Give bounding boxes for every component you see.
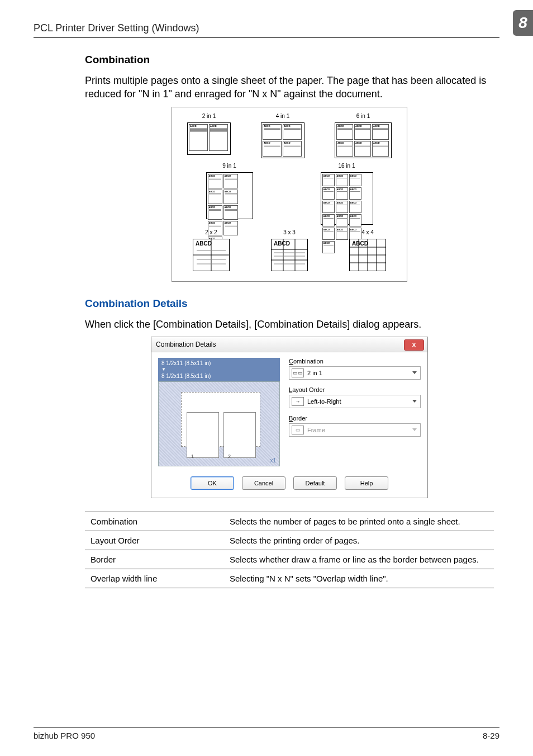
preview-page-num: 2 xyxy=(228,453,231,459)
layout-order-dropdown[interactable]: → Left-to-Right xyxy=(289,395,421,408)
section-body-combination: Prints multiple pages onto a single shee… xyxy=(85,74,494,101)
combination-icon: ▭▭ xyxy=(292,368,304,377)
illus-16in1: 16 in 1 ABCD ABCD ABCD ABCD ABCD ABCD AB… xyxy=(321,163,373,225)
illus-2in1: 2 in 1 ABCD ABCD xyxy=(187,113,231,158)
defs-val: Selects whether draw a frame or line as … xyxy=(224,550,494,569)
section-body-details: When click the [Combination Details], [C… xyxy=(85,318,494,331)
ok-button[interactable]: OK xyxy=(191,476,234,490)
combination-dropdown[interactable]: ▭▭ 2 in 1 xyxy=(289,366,421,380)
dialog-fields: Combination ▭▭ 2 in 1 Layout Order → Lef… xyxy=(289,358,421,466)
table-row: BorderSelects whether draw a frame or li… xyxy=(85,550,494,569)
arrow-right-icon: → xyxy=(292,397,304,406)
field-label: Layout Order xyxy=(289,386,421,393)
field-border: Border ▭ Frame xyxy=(289,415,421,437)
content: Combination Prints multiple pages onto a… xyxy=(85,54,494,588)
close-button[interactable]: X xyxy=(404,339,424,351)
combination-illustration: 2 in 1 ABCD ABCD 4 in 1 ABCD ABCD ABCD A… xyxy=(172,107,407,282)
grid-lines-icon xyxy=(350,239,386,271)
frame-icon: ▭ xyxy=(292,426,304,434)
dialog-title-text: Combination Details xyxy=(156,341,216,348)
illus-sheet: ABCD ABCD ABCD ABCD ABCD ABCD xyxy=(335,122,392,158)
dialog-preview-pane: 8 1/2x11 (8.5x11 in) ▼ 8 1/2x11 (8.5x11 … xyxy=(158,358,280,466)
section-heading-details: Combination Details xyxy=(85,297,494,310)
illus-row-1: 2 in 1 ABCD ABCD 4 in 1 ABCD ABCD ABCD A… xyxy=(172,113,407,158)
paper-from: 8 1/2x11 (8.5x11 in) xyxy=(161,360,277,367)
layout-value: Left-to-Right xyxy=(307,398,341,405)
preview-area: 1 2 x1 xyxy=(158,381,280,466)
zoom-label: x1 xyxy=(270,457,276,464)
preview-page-2 xyxy=(223,412,256,458)
combination-details-dialog: Combination Details X 8 1/2x11 (8.5x11 i… xyxy=(151,337,428,498)
defs-key: Overlap width line xyxy=(85,569,224,588)
illus-row-3: 2 x 2 ABCD 3 x 3 ABCD xyxy=(172,229,407,271)
illus-label: 3 x 3 xyxy=(283,229,296,235)
dialog-buttons: OK Cancel Default Help xyxy=(151,471,427,498)
table-row: Overlap width lineSelecting "N x N" sets… xyxy=(85,569,494,588)
preview-page-num: 1 xyxy=(191,453,194,459)
table-row: CombinationSelects the number of pages t… xyxy=(85,512,494,531)
chevron-down-icon xyxy=(412,428,417,431)
table-row: Layout OrderSelects the printing order o… xyxy=(85,531,494,550)
grid-lines-icon xyxy=(193,239,229,271)
chevron-down-icon xyxy=(412,371,417,374)
page-header: PCL Printer Driver Setting (Windows) xyxy=(34,22,499,38)
illus-sheet: ABCD xyxy=(349,239,386,271)
page-footer: bizhub PRO 950 8-29 xyxy=(34,727,499,740)
defs-val: Selects the number of pages to be printe… xyxy=(224,512,494,531)
illus-sheet: ABCD ABCD ABCD ABCD ABCD ABCD ABCD ABCD … xyxy=(206,172,253,219)
illus-label: 6 in 1 xyxy=(356,113,370,119)
grid-lines-icon xyxy=(272,239,307,271)
dialog-titlebar: Combination Details X xyxy=(151,337,427,352)
illus-4in1: 4 in 1 ABCD ABCD ABCD ABCD xyxy=(261,113,304,158)
illus-row-2: 9 in 1 ABCD ABCD ABCD ABCD ABCD ABCD ABC… xyxy=(172,163,407,225)
field-label: Combination xyxy=(289,358,421,365)
illus-label: 2 in 1 xyxy=(202,113,216,119)
illus-label: 4 in 1 xyxy=(276,113,289,119)
chapter-number: 8 xyxy=(518,14,527,32)
defs-key: Border xyxy=(85,550,224,569)
paper-to: 8 1/2x11 (8.5x11 in) xyxy=(161,372,277,380)
illus-4x4: 4 x 4 ABCD xyxy=(349,229,386,271)
illus-sheet: ABCD xyxy=(271,239,308,271)
defs-val: Selecting "N x N" sets "Overlap width li… xyxy=(224,569,494,588)
close-icon: X xyxy=(412,342,416,348)
illus-6in1: 6 in 1 ABCD ABCD ABCD ABCD ABCD ABCD xyxy=(335,113,392,158)
defs-key: Combination xyxy=(85,512,224,531)
illus-3x3: 3 x 3 ABCD xyxy=(271,229,308,271)
border-dropdown[interactable]: ▭ Frame xyxy=(289,423,421,437)
combination-value: 2 in 1 xyxy=(307,370,322,376)
cancel-button[interactable]: Cancel xyxy=(242,476,285,490)
paper-info: 8 1/2x11 (8.5x11 in) ▼ 8 1/2x11 (8.5x11 … xyxy=(158,358,280,381)
field-combination: Combination ▭▭ 2 in 1 xyxy=(289,358,421,380)
chapter-tab: 8 xyxy=(513,10,533,36)
section-heading-combination: Combination xyxy=(85,54,494,66)
illus-label: 9 in 1 xyxy=(222,163,236,169)
illus-label: 2 x 2 xyxy=(205,229,217,235)
default-button[interactable]: Default xyxy=(293,476,337,490)
illus-sheet: ABCD ABCD ABCD ABCD xyxy=(261,122,304,158)
defs-val: Selects the printing order of pages. xyxy=(224,531,494,550)
chevron-down-icon xyxy=(412,400,417,403)
illus-label: 4 x 4 xyxy=(361,229,374,235)
defs-key: Layout Order xyxy=(85,531,224,550)
preview-page-1 xyxy=(187,412,219,458)
definitions-table: CombinationSelects the number of pages t… xyxy=(85,512,494,588)
help-button[interactable]: Help xyxy=(345,476,388,490)
page: 8 PCL Printer Driver Setting (Windows) C… xyxy=(0,0,533,756)
border-value: Frame xyxy=(307,427,325,433)
illus-sheet: ABCD ABCD xyxy=(187,122,231,155)
illus-9in1: 9 in 1 ABCD ABCD ABCD ABCD ABCD ABCD ABC… xyxy=(206,163,253,225)
footer-left: bizhub PRO 950 xyxy=(34,731,95,740)
footer-right: 8-29 xyxy=(483,731,499,740)
field-label: Border xyxy=(289,415,421,422)
field-layout: Layout Order → Left-to-Right xyxy=(289,386,421,408)
illus-sheet: ABCD ABCD ABCD ABCD ABCD ABCD ABCD ABCD … xyxy=(321,172,373,225)
header-title: PCL Printer Driver Setting (Windows) xyxy=(34,22,199,34)
illus-sheet: ABCD xyxy=(193,239,230,271)
dialog-body: 8 1/2x11 (8.5x11 in) ▼ 8 1/2x11 (8.5x11 … xyxy=(151,352,427,471)
illus-label: 16 in 1 xyxy=(338,163,355,169)
illus-2x2: 2 x 2 ABCD xyxy=(193,229,230,271)
